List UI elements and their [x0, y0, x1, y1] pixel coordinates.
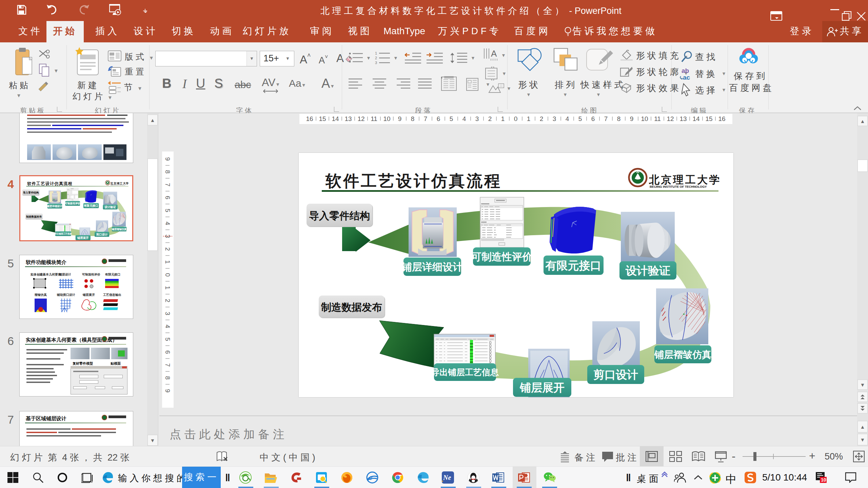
svg-text:褶皱仿真: 褶皱仿真 [34, 293, 47, 297]
svg-text:ab: ab [682, 67, 689, 74]
svg-text:工艺信息输出: 工艺信息输出 [103, 293, 121, 297]
svg-text:e: e [369, 473, 373, 482]
svg-text:10: 10 [821, 477, 826, 483]
svg-text:3: 3 [375, 61, 377, 65]
svg-text:可制造性评价: 可制造性评价 [82, 273, 100, 276]
svg-text:铺层设计: 铺层设计 [59, 273, 71, 276]
svg-text:铺层展开: 铺层展开 [82, 293, 95, 297]
svg-text:Ne: Ne [443, 474, 451, 481]
svg-text:辅助剪口设计: 辅助剪口设计 [57, 293, 75, 297]
svg-text:A: A [491, 48, 497, 59]
svg-text:ac: ac [683, 74, 690, 81]
svg-text:有限元接口: 有限元接口 [105, 273, 120, 276]
svg-text:实体创建基本几何要素: 实体创建基本几何要素 [31, 273, 61, 276]
svg-text:1: 1 [375, 51, 377, 55]
svg-text:2: 2 [375, 56, 377, 60]
